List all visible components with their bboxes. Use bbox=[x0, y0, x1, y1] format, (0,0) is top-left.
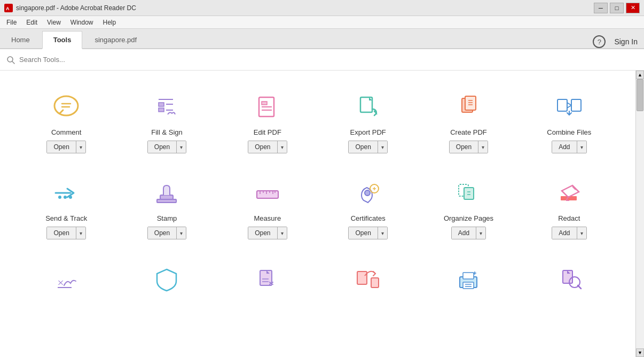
svg-point-24 bbox=[58, 196, 61, 199]
search-icon bbox=[6, 56, 15, 64]
comment-label: Comment bbox=[51, 128, 81, 136]
create-pdf-label: Create PDF bbox=[450, 128, 487, 136]
certificates-icon bbox=[351, 176, 385, 210]
tool-print bbox=[423, 253, 513, 305]
svg-rect-54 bbox=[371, 278, 379, 288]
search-bar bbox=[0, 49, 644, 71]
stamp-btn-group: Open ▾ bbox=[147, 227, 186, 239]
svg-point-26 bbox=[69, 196, 72, 199]
send-track-btn-group: Open ▾ bbox=[46, 227, 85, 239]
send-track-open-button[interactable]: Open bbox=[47, 227, 76, 239]
svg-point-25 bbox=[64, 196, 67, 199]
close-button[interactable]: ✕ bbox=[626, 3, 640, 13]
organize-pages-btn-group: Add ▾ bbox=[451, 227, 486, 239]
organize-pages-add-dropdown[interactable]: ▾ bbox=[476, 227, 485, 239]
fill-sign-label: Fill & Sign bbox=[151, 128, 183, 136]
edit-pdf-open-dropdown[interactable]: ▾ bbox=[278, 141, 287, 153]
create-pdf-open-button[interactable]: Open bbox=[450, 141, 478, 153]
redact-icon bbox=[552, 176, 586, 210]
fill-sign-open-button[interactable]: Open bbox=[148, 141, 177, 153]
tool-combine-files: Combine Files Add ▾ bbox=[524, 81, 614, 162]
certificates-open-button[interactable]: Open bbox=[349, 227, 378, 239]
tool-redact: Redact Add ▾ bbox=[524, 167, 614, 248]
stamp-open-button[interactable]: Open bbox=[148, 227, 177, 239]
edit-pdf-label: Edit PDF bbox=[254, 128, 281, 136]
scroll-thumb[interactable] bbox=[637, 79, 643, 111]
svg-rect-50 bbox=[260, 270, 272, 285]
help-button[interactable]: ? bbox=[593, 35, 606, 48]
menu-file[interactable]: File bbox=[2, 18, 21, 27]
tab-document[interactable]: singapore.pdf bbox=[83, 31, 148, 48]
measure-btn-group: Open ▾ bbox=[248, 227, 287, 239]
tools-grid: Comment Open ▾ bbox=[21, 81, 614, 305]
svg-rect-56 bbox=[463, 282, 474, 289]
combine-files-add-button[interactable]: Add bbox=[552, 141, 577, 153]
tool-send-track: Send & Track Open ▾ bbox=[21, 167, 111, 248]
scroll-up-button[interactable]: ▲ bbox=[636, 71, 644, 79]
svg-rect-22 bbox=[571, 99, 581, 111]
organize-pages-add-button[interactable]: Add bbox=[452, 227, 476, 239]
measure-label: Measure bbox=[254, 214, 281, 222]
stamp-open-dropdown[interactable]: ▾ bbox=[177, 227, 186, 239]
stamp-label: Stamp bbox=[157, 214, 177, 222]
tool-stamp: Stamp Open ▾ bbox=[122, 167, 211, 248]
fill-sign-icon bbox=[150, 90, 184, 124]
measure-open-button[interactable]: Open bbox=[248, 227, 277, 239]
menu-edit[interactable]: Edit bbox=[22, 18, 42, 27]
create-pdf-open-dropdown[interactable]: ▾ bbox=[478, 141, 488, 153]
fill-sign-open-dropdown[interactable]: ▾ bbox=[177, 141, 186, 153]
tool-organize-pages: Organize Pages Add ▾ bbox=[423, 167, 513, 248]
tab-tools[interactable]: Tools bbox=[42, 31, 83, 49]
tool-compress bbox=[223, 253, 312, 305]
tools-area: Comment Open ▾ bbox=[0, 71, 635, 357]
svg-rect-12 bbox=[262, 102, 267, 105]
measure-open-dropdown[interactable]: ▾ bbox=[278, 227, 287, 239]
certificates-open-dropdown[interactable]: ▾ bbox=[378, 227, 387, 239]
comment-open-dropdown[interactable]: ▾ bbox=[76, 141, 85, 153]
tab-home[interactable]: Home bbox=[0, 31, 41, 48]
maximize-button[interactable]: □ bbox=[610, 3, 624, 13]
redact-add-dropdown[interactable]: ▾ bbox=[577, 227, 586, 239]
combine-files-add-dropdown[interactable]: ▾ bbox=[577, 141, 586, 153]
signature-icon: × bbox=[49, 262, 83, 296]
svg-rect-8 bbox=[159, 108, 164, 112]
main-content: Comment Open ▾ bbox=[0, 71, 644, 357]
scroll-down-button[interactable]: ▼ bbox=[636, 348, 644, 357]
enhance-icon bbox=[552, 262, 586, 296]
scrollbar[interactable]: ▲ ▼ bbox=[635, 71, 644, 357]
svg-rect-53 bbox=[357, 271, 367, 284]
comment-open-button[interactable]: Open bbox=[47, 141, 76, 153]
print-icon bbox=[451, 262, 485, 296]
edit-pdf-icon bbox=[250, 90, 285, 124]
window-title: singapore.pdf - Adobe Acrobat Reader DC bbox=[16, 4, 136, 12]
measure-icon bbox=[250, 176, 285, 210]
export-pdf-open-dropdown[interactable]: ▾ bbox=[378, 141, 387, 153]
edit-pdf-open-button[interactable]: Open bbox=[248, 141, 277, 153]
svg-rect-28 bbox=[157, 199, 176, 203]
fill-sign-btn-group: Open ▾ bbox=[147, 141, 186, 153]
export-pdf-open-button[interactable]: Open bbox=[349, 141, 378, 153]
edit-pdf-btn-group: Open ▾ bbox=[248, 141, 287, 153]
comment-icon bbox=[49, 90, 83, 124]
svg-text:A: A bbox=[6, 6, 10, 11]
search-input[interactable] bbox=[19, 56, 126, 64]
tool-certificates: Certificates Open ▾ bbox=[323, 167, 413, 248]
svg-rect-17 bbox=[465, 96, 476, 110]
compress-icon bbox=[250, 262, 285, 296]
minimize-button[interactable]: ─ bbox=[594, 3, 608, 13]
tool-enhance bbox=[524, 253, 614, 305]
menu-window[interactable]: Window bbox=[66, 18, 98, 27]
svg-rect-21 bbox=[557, 99, 567, 111]
svg-point-36 bbox=[365, 190, 370, 196]
title-bar: A singapore.pdf - Adobe Acrobat Reader D… bbox=[0, 0, 644, 16]
svg-text:×: × bbox=[57, 276, 65, 289]
redact-add-button[interactable]: Add bbox=[552, 227, 577, 239]
menu-view[interactable]: View bbox=[43, 18, 65, 27]
certificates-label: Certificates bbox=[351, 214, 386, 222]
tool-fill-sign: Fill & Sign Open ▾ bbox=[122, 81, 211, 162]
tool-protect bbox=[122, 253, 211, 305]
menu-help[interactable]: Help bbox=[99, 18, 121, 27]
redact-btn-group: Add ▾ bbox=[552, 227, 586, 239]
send-track-open-dropdown[interactable]: ▾ bbox=[76, 227, 85, 239]
signin-button[interactable]: Sign In bbox=[614, 37, 638, 46]
